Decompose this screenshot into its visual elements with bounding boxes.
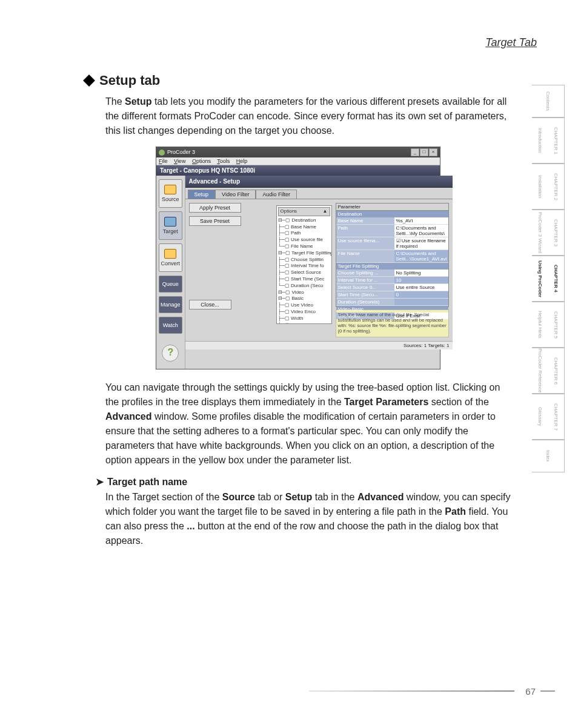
maximize-button[interactable]: □ [420,148,428,156]
tab-contents[interactable]: Contents [532,85,565,117]
param-header: Parameter [336,204,449,211]
side-queue[interactable]: Queue [159,276,182,293]
target-icon [164,217,176,227]
hex-bullet-icon [83,74,95,87]
apply-preset-button[interactable]: Apply Preset [189,203,241,213]
side-nav: Source Target Convert Queue Manage Watch… [156,176,185,369]
intro-paragraph: The Setup tab lets you modify the parame… [85,94,511,138]
tab-audio-filter[interactable]: Audio Filter [256,190,297,199]
param-value[interactable] [394,299,449,305]
tree-node[interactable]: ├─▢ Interval Time fo [278,263,330,270]
section-heading-text: Setup tab [99,73,160,88]
section-heading: Setup tab [85,73,511,88]
side-target[interactable]: Target [159,211,182,240]
footer-rule-right [540,690,555,692]
side-source[interactable]: Source [159,179,182,208]
tree-node[interactable]: ├─▢ Video Enco [278,309,330,316]
param-key: Interval Time for ... [336,277,394,283]
options-tree[interactable]: Options▲ ⊟─▢ Destination ├─▢ Base Name ├… [276,205,332,324]
tree-node[interactable]: ⊟─▢ Video [278,290,330,296]
folder-icon [164,185,176,194]
param-value[interactable]: C:\Documents and Setti...\My Documents\ [394,225,449,237]
tree-node[interactable]: ├─▢ Width [278,316,330,322]
bold-text: Setup [125,96,151,107]
side-manage[interactable]: Manage [159,296,182,313]
scroll-up-icon[interactable]: ▲ [323,208,328,215]
tree-node[interactable]: ├─▢ Select Source [278,270,330,276]
status-bar: Sources: 1 Targets: 1 [185,341,453,349]
param-value[interactable]: C:\Documents and Setti...\Source1_AVI.av… [394,250,449,262]
param-key: Duration (Seconds) [336,299,394,305]
tree-node[interactable]: ├─▢ Height [278,322,330,324]
text: The [105,96,125,107]
minimize-button[interactable]: _ [411,148,419,156]
text: section of the [428,397,489,407]
tree-node[interactable]: ├─▢ Path [278,230,330,237]
tree-node[interactable]: ⊟─▢ Target File Splitting [278,250,330,257]
menu-options[interactable]: Options [192,158,211,164]
tree-node[interactable]: └─▢ Duration (Seco [278,283,330,290]
menu-file[interactable]: File [159,158,168,164]
param-key: Use source filena... [336,237,394,250]
tab-chapter-6[interactable]: ProCoder ReferenceCHAPTER 6 [532,348,565,394]
footer-rule [309,690,514,692]
tab-index[interactable]: Index [532,440,565,472]
save-preset-button[interactable]: Save Preset [189,216,241,226]
menu-help[interactable]: Help [236,158,248,164]
app-icon [159,150,165,156]
param-key: File Name [336,250,394,262]
body-paragraph-2: You can navigate through the settings qu… [85,380,511,468]
app-screenshot: ProCoder 3 _□× File View Options Tools H… [156,147,440,369]
param-key: Choose Splitting ... [336,270,394,276]
tree-node[interactable]: ├─▢ Use source file [278,237,330,243]
menu-tools[interactable]: Tools [217,158,230,164]
param-value[interactable]: ☑ Use source filename if required [394,237,449,250]
param-key: Base Name [336,217,394,224]
close-window-button[interactable]: × [429,148,437,156]
side-convert[interactable]: Convert [159,243,182,272]
page-number: 67 [525,686,536,697]
tab-bar: SetupVideo FilterAudio Filter [185,188,453,199]
arrow-icon: ➤ [96,477,104,487]
tree-node[interactable]: └─▢ File Name [278,243,330,250]
text: In the Target section of the [105,492,222,502]
param-value[interactable]: 10 [394,277,449,283]
subsection-heading: ➤Target path name [85,476,511,488]
window-title: ProCoder 3 [159,149,195,156]
tab-chapter-5[interactable]: Helpful HintsCHAPTER 5 [532,302,565,348]
bold-text: Target Parameters [344,397,428,407]
param-section: Destination [336,211,449,217]
bold-text: Path [445,506,466,517]
text: tab or [255,492,285,502]
tree-node[interactable]: ├─▢ Choose Splittin [278,257,330,263]
tab-setup[interactable]: Setup [188,190,216,199]
bold-text: Setup [285,492,312,502]
param-value[interactable]: No Splitting [394,270,449,276]
parameter-grid: Parameter Destination Base Name%s_AVI Pa… [336,203,450,307]
tab-chapter-4[interactable]: Using ProCoderCHAPTER 4 [532,256,565,302]
tree-node[interactable]: ├─▢ Start Time (Sec [278,276,330,283]
tree-header: Options [281,208,297,215]
tree-node[interactable]: ⊟─▢ Destination [278,217,330,224]
target-subtitle: Target - Canopus HQ NTSC 1080i [156,165,440,176]
help-icon[interactable]: ? [162,345,179,362]
tree-node[interactable]: ├─▢ Base Name [278,224,330,231]
window-titlebar: ProCoder 3 _□× [156,147,440,157]
param-value[interactable]: 0 [394,291,449,298]
text: window. Some profiles disable the modifi… [105,411,496,465]
tab-chapter-3[interactable]: ProCoder 3 WizardCHAPTER 3 [532,210,565,256]
menu-view[interactable]: View [174,158,185,164]
menu-bar: File View Options Tools Help [156,157,440,165]
side-watch[interactable]: Watch [159,317,182,334]
tab-chapter-1[interactable]: IntroductionCHAPTER 1 [532,117,565,164]
bold-text: ... [187,521,194,531]
close-button[interactable]: Close... [189,300,231,309]
tab-chapter-7[interactable]: GlossaryCHAPTER 7 [532,394,565,440]
param-value[interactable]: %s_AVI [394,217,449,224]
param-value[interactable]: Use entire Source [394,284,449,291]
tree-node[interactable]: ⊟─▢ Basic [278,296,330,302]
tab-chapter-2[interactable]: InstallationCHAPTER 2 [532,164,565,210]
tab-video-filter[interactable]: Video Filter [215,190,256,199]
tree-node[interactable]: ├─▢ Use Video [278,302,330,309]
bold-text: Advanced [105,411,151,422]
